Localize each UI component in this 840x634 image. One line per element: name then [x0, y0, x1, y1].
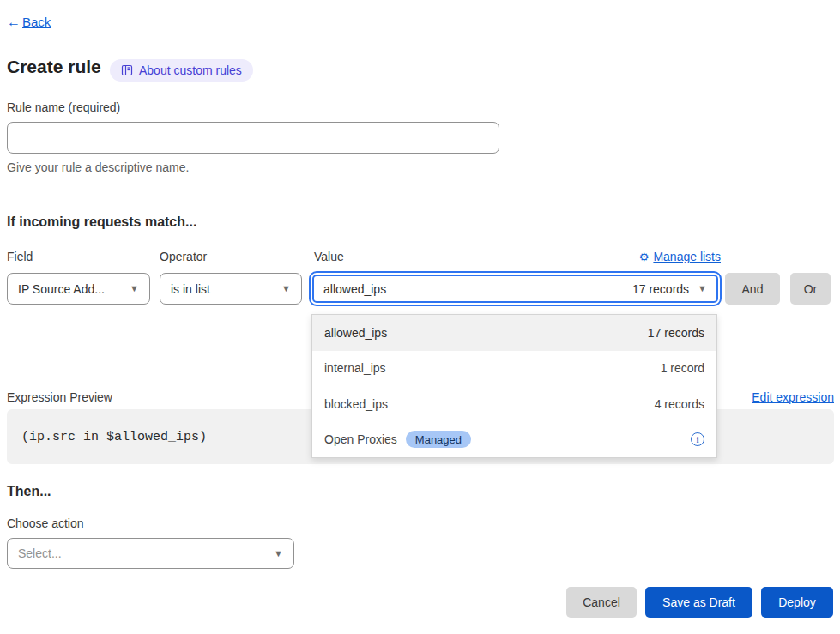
- back-link[interactable]: ←Back: [7, 15, 51, 29]
- page-title: Create rule: [7, 57, 101, 77]
- list-item-name: internal_ips: [324, 361, 386, 375]
- value-dropdown-menu: allowed_ips 17 records internal_ips 1 re…: [311, 314, 717, 458]
- section-divider: [0, 196, 840, 196]
- field-select-value: IP Source Add...: [18, 282, 105, 296]
- field-column-label: Field: [7, 250, 33, 263]
- create-rule-page: ←Back Create rule About custom rules Rul…: [0, 0, 840, 634]
- list-item-records: 4 records: [655, 397, 704, 411]
- list-item-allowed-ips[interactable]: allowed_ips 17 records: [312, 315, 716, 351]
- field-select[interactable]: IP Source Add... ▼: [7, 273, 150, 305]
- about-custom-rules-link[interactable]: About custom rules: [110, 59, 253, 82]
- manage-lists-link[interactable]: ⚙ Manage lists: [639, 250, 721, 263]
- list-item-records: 1 record: [661, 361, 704, 375]
- expression-preview-label: Expression Preview: [7, 390, 112, 404]
- operator-column-label: Operator: [160, 250, 207, 263]
- value-select-records-count: 17 records: [632, 282, 689, 296]
- deploy-button[interactable]: Deploy: [761, 587, 833, 618]
- and-button[interactable]: And: [725, 273, 780, 305]
- value-select[interactable]: allowed_ips 17 records ▼: [309, 271, 722, 306]
- back-arrow-icon: ←: [7, 15, 21, 29]
- operator-select[interactable]: is in list ▼: [160, 273, 302, 305]
- managed-badge: Managed: [406, 431, 471, 448]
- manage-lists-label: Manage lists: [653, 250, 721, 263]
- match-section-title: If incoming requests match...: [7, 214, 196, 230]
- value-column-label: Value: [314, 250, 344, 263]
- list-item-name: allowed_ips: [324, 326, 387, 340]
- edit-expression-link[interactable]: Edit expression: [752, 390, 834, 404]
- list-item-internal-ips[interactable]: internal_ips 1 record: [312, 351, 716, 387]
- list-item-open-proxies[interactable]: Open Proxies Managed i: [312, 422, 716, 458]
- info-icon[interactable]: i: [691, 432, 704, 446]
- expression-code: (ip.src in $allowed_ips): [21, 430, 207, 444]
- operator-select-value: is in list: [171, 282, 210, 296]
- value-select-inner: allowed_ips 17 records ▼: [312, 275, 718, 303]
- list-item-records: 17 records: [648, 326, 704, 340]
- save-as-draft-button[interactable]: Save as Draft: [645, 587, 752, 618]
- cancel-button[interactable]: Cancel: [566, 587, 637, 618]
- list-item-name: Open Proxies: [324, 432, 397, 446]
- edit-expression-label: Edit expression: [752, 390, 834, 404]
- gear-icon: ⚙: [639, 251, 650, 263]
- book-icon: [121, 64, 133, 76]
- about-badge-label: About custom rules: [139, 63, 242, 77]
- list-item-blocked-ips[interactable]: blocked_ips 4 records: [312, 386, 716, 422]
- chevron-down-icon: ▼: [281, 284, 291, 293]
- value-select-value: allowed_ips: [323, 282, 386, 296]
- action-select[interactable]: Select... ▼: [7, 538, 294, 569]
- chevron-down-icon: ▼: [698, 284, 707, 293]
- chevron-down-icon: ▼: [130, 284, 139, 293]
- chevron-down-icon: ▼: [274, 549, 283, 559]
- rule-name-input[interactable]: [7, 122, 499, 154]
- or-button[interactable]: Or: [790, 273, 831, 305]
- action-select-placeholder: Select...: [18, 546, 62, 560]
- choose-action-label: Choose action: [7, 516, 84, 530]
- rule-name-helper-text: Give your rule a descriptive name.: [7, 160, 189, 174]
- list-item-name: blocked_ips: [324, 397, 388, 411]
- back-link-label: Back: [22, 15, 51, 29]
- rule-name-label: Rule name (required): [7, 100, 120, 114]
- then-section-title: Then...: [7, 484, 51, 499]
